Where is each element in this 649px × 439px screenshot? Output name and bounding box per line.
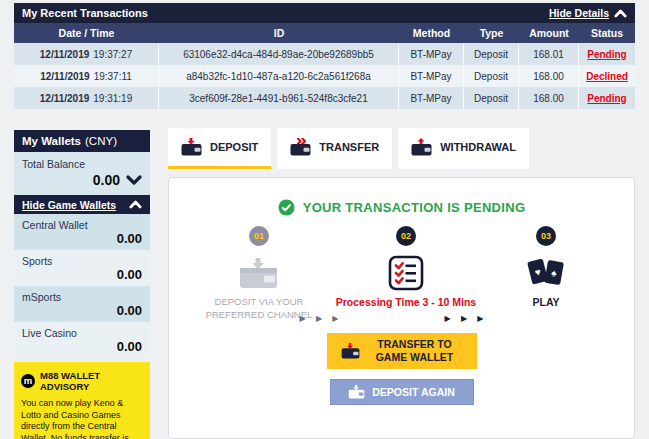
status-link[interactable]: Pending (587, 49, 626, 60)
tab-label: DEPOSIT (210, 141, 258, 153)
chevron-up-icon (129, 200, 142, 209)
wallet-withdrawal-icon (411, 138, 432, 156)
cell-amount: 168.00 (519, 87, 579, 109)
list-item: Sports 0.00 (14, 250, 150, 286)
cell-type: Deposit (464, 87, 519, 109)
total-balance-label: Total Balance (22, 158, 142, 170)
wallet-icon (348, 385, 365, 399)
step-arrows: ▶ ▶ ▶ (436, 314, 496, 323)
cell-type: Deposit (464, 65, 519, 87)
tab-label: WITHDRAWAL (440, 141, 516, 153)
cell-status: Declined (579, 65, 635, 87)
step-number: 01 (249, 226, 269, 246)
step-arrows: ▶ ▶ ▶ (291, 314, 351, 323)
step-label: Processing Time 3 - 10 Mins (331, 296, 481, 308)
wallets-currency: (CNY) (85, 135, 117, 147)
wallet-icon (341, 343, 360, 359)
recent-transactions-section: My Recent Transactions Hide Details Date… (14, 3, 635, 109)
table-row: 12/11/201919:31:19 3cef609f-28e1-4491-b9… (14, 87, 635, 109)
cell-date-time: 12/11/201919:37:11 (14, 65, 159, 87)
total-balance-section: Total Balance 0.00 (14, 152, 150, 195)
step-deposit-channel: 01 DEPOSIT VIA YOUR PREFERRED CHANNEL (184, 226, 334, 322)
transfer-to-game-wallet-button[interactable]: TRANSFER TO GAME WALLET (327, 333, 477, 369)
list-item: Live Casino 0.00 (14, 322, 150, 358)
transaction-status-message: YOUR TRANSACTION IS PENDING (169, 199, 634, 216)
step-processing: 02 Processing Time 3 - 10 Mins (331, 226, 481, 308)
wallet-tabs: DEPOSIT TRANSFER WITHDRAWAL (168, 128, 529, 169)
cell-type: Deposit (464, 43, 519, 65)
cell-amount: 168.00 (519, 65, 579, 87)
cell-transaction-id: a84b32fc-1d10-487a-a120-6c2a561f268a (159, 65, 399, 87)
playing-cards-icon: ♥ ♠ (524, 255, 568, 291)
hide-game-wallets-toggle[interactable]: Hide Game Wallets (14, 195, 150, 214)
list-item: mSports 0.00 (14, 286, 150, 322)
tab-withdrawal[interactable]: WITHDRAWAL (398, 128, 529, 169)
cell-method: BT-MPay (399, 65, 464, 87)
action-buttons: TRANSFER TO GAME WALLET DEPOSIT AGAIN (169, 333, 634, 405)
wallet-value: 0.00 (22, 267, 142, 282)
list-item: Central Wallet 0.00 (14, 214, 150, 250)
tab-deposit[interactable]: DEPOSIT (168, 128, 271, 169)
status-link[interactable]: Pending (587, 93, 626, 104)
deposit-status-panel: YOUR TRANSACTION IS PENDING 01 DEPOSIT V… (168, 177, 635, 439)
advisory-title: M88 WALLET ADVISORY (40, 370, 143, 392)
m88-logo-icon: m (21, 374, 35, 388)
deposit-again-button[interactable]: DEPOSIT AGAIN (330, 379, 474, 405)
cell-method: BT-MPay (399, 87, 464, 109)
cell-method: BT-MPay (399, 43, 464, 65)
wallet-gray-icon (239, 258, 279, 289)
hide-game-wallets-label: Hide Game Wallets (22, 199, 116, 211)
status-text: YOUR TRANSACTION IS PENDING (303, 200, 526, 215)
cell-amount: 168.01 (519, 43, 579, 65)
advisory-body: You can now play Keno & Lotto and Casino… (21, 398, 143, 439)
button-label: DEPOSIT AGAIN (372, 386, 454, 398)
col-type: Type (464, 27, 519, 39)
wallet-transfer-icon (290, 138, 311, 156)
hide-details-label: Hide Details (549, 7, 609, 19)
transactions-column-headers: Date / Time ID Method Type Amount Status (14, 23, 635, 43)
col-amount: Amount (519, 27, 579, 39)
wallet-label: Sports (22, 255, 142, 267)
wallet-label: Central Wallet (22, 219, 142, 231)
step-number: 03 (536, 226, 556, 246)
cell-transaction-id: 3cef609f-28e1-4491-b961-524f8c3cfe21 (159, 87, 399, 109)
wallet-value: 0.00 (22, 339, 142, 354)
chevron-down-icon[interactable] (126, 175, 142, 185)
checklist-icon (388, 255, 424, 291)
total-balance-value: 0.00 (93, 172, 120, 188)
tab-transfer[interactable]: TRANSFER (277, 128, 392, 169)
transactions-header: My Recent Transactions Hide Details (14, 3, 635, 23)
wallets-sidebar: My Wallets (CNY) Total Balance 0.00 Hide… (14, 130, 150, 439)
wallet-value: 0.00 (22, 303, 142, 318)
wallet-label: Live Casino (22, 327, 142, 339)
cell-date-time: 12/11/201919:31:19 (14, 87, 159, 109)
hide-details-link[interactable]: Hide Details (549, 7, 627, 19)
table-row: 12/11/201919:37:27 63106e32-d4ca-484d-89… (14, 43, 635, 65)
wallet-advisory-box: m M88 WALLET ADVISORY You can now play K… (14, 362, 150, 439)
col-date-time: Date / Time (14, 27, 159, 39)
button-label: TRANSFER TO GAME WALLET (367, 338, 463, 364)
check-circle-icon (278, 199, 295, 216)
cell-transaction-id: 63106e32-d4ca-484d-89ae-20be92689bb5 (159, 43, 399, 65)
wallets-header: My Wallets (CNY) (14, 130, 150, 152)
wallet-value: 0.00 (22, 231, 142, 246)
col-method: Method (399, 27, 464, 39)
col-status: Status (579, 27, 635, 39)
step-play: 03 ♥ ♠ PLAY (476, 226, 616, 308)
wallets-title: My Wallets (22, 135, 81, 147)
wallet-page: My Recent Transactions Hide Details Date… (0, 0, 649, 439)
wallet-deposit-icon (181, 138, 202, 156)
wallet-label: mSports (22, 291, 142, 303)
cell-status: Pending (579, 43, 635, 65)
chevron-up-icon (614, 9, 627, 18)
transactions-title: My Recent Transactions (22, 7, 148, 19)
col-id: ID (159, 27, 399, 39)
cell-status: Pending (579, 87, 635, 109)
cell-date-time: 12/11/201919:37:27 (14, 43, 159, 65)
table-row: 12/11/201919:37:11 a84b32fc-1d10-487a-a1… (14, 65, 635, 87)
step-label: PLAY (476, 296, 616, 308)
tab-label: TRANSFER (319, 141, 379, 153)
step-number: 02 (396, 226, 416, 246)
status-link[interactable]: Declined (586, 71, 628, 82)
